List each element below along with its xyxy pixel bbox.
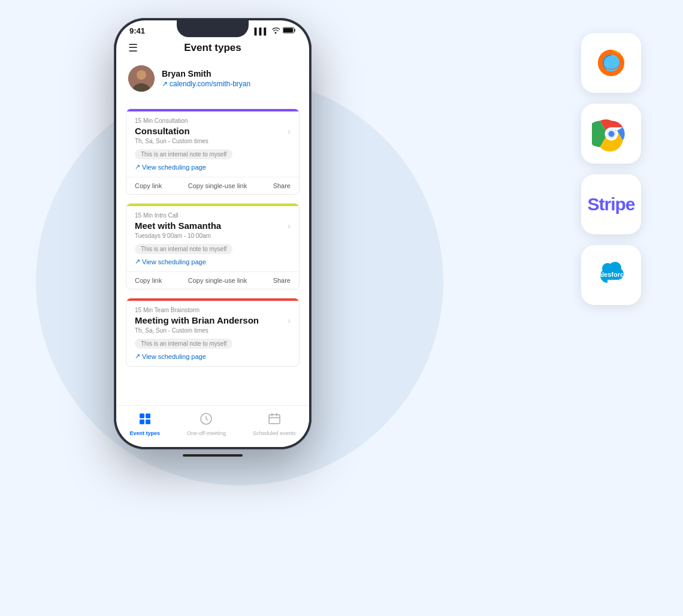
chrome-icon: [592, 114, 631, 153]
avatar: [128, 65, 155, 92]
event-card-2: 15 Min Intro Call Meet with Samantha › T…: [126, 203, 300, 289]
svg-rect-7: [140, 419, 144, 424]
phone-home-bar: [114, 449, 312, 459]
user-link[interactable]: ↗ calendly.com/smith-bryan: [162, 80, 250, 88]
card-chevron-1[interactable]: ›: [288, 126, 291, 136]
card-actions-1: Copy link Copy single-use link Share: [126, 177, 299, 194]
card-title-row-1: Consultation ›: [135, 126, 291, 136]
card-title-row-3: Meeting with Brian Anderson ›: [135, 315, 291, 325]
card-time-1: Th, Sa, Sun - Custom times: [135, 138, 291, 144]
nav-scheduled-label: Scheduled events: [253, 430, 296, 436]
signal-icon: ▌▌▌: [255, 28, 268, 35]
copy-single-use-1[interactable]: Copy single-use link: [188, 182, 247, 189]
battery-icon: [283, 27, 296, 35]
firefox-icon: [590, 42, 632, 84]
card-title-1: Consultation: [135, 126, 190, 136]
svg-rect-5: [140, 413, 144, 418]
card-subtitle-3: 15 Min Team Brainstorm: [135, 307, 291, 313]
hamburger-menu[interactable]: ☰: [128, 43, 138, 53]
salesforce-icon: salesforce: [590, 260, 632, 290]
card-body-2: 15 Min Intro Call Meet with Samantha › T…: [126, 206, 299, 265]
status-time: 9:41: [129, 26, 145, 35]
card-note-1: This is an internal note to myself: [135, 149, 232, 159]
card-subtitle-2: 15 Min Intro Call: [135, 212, 291, 219]
card-schedule-link-3[interactable]: ↗ View scheduling page: [135, 352, 291, 360]
card-subtitle-1: 15 Min Consultation: [135, 117, 291, 124]
nav-scheduled[interactable]: Scheduled events: [253, 412, 296, 436]
svg-rect-1: [283, 28, 293, 32]
svg-text:salesforce: salesforce: [595, 271, 627, 278]
copy-link-1[interactable]: Copy link: [135, 182, 162, 189]
svg-rect-8: [146, 419, 150, 424]
schedule-link-arrow-3: ↗: [135, 352, 140, 360]
schedule-link-arrow-2: ↗: [135, 258, 140, 265]
user-info: Bryan Smith ↗ calendly.com/smith-bryan: [162, 69, 250, 88]
one-off-icon: [200, 412, 213, 428]
scheduled-icon: [268, 412, 281, 428]
nav-event-types-label: Event types: [130, 430, 161, 436]
chrome-icon-card: [581, 104, 641, 164]
phone-notch: [177, 20, 249, 37]
card-schedule-link-1[interactable]: ↗ View scheduling page: [135, 163, 291, 171]
user-name: Bryan Smith: [162, 69, 250, 78]
copy-link-2[interactable]: Copy link: [135, 277, 162, 284]
card-note-3: This is an internal note to myself: [135, 339, 232, 349]
card-time-3: Th, Sa, Sun - Custom times: [135, 327, 291, 334]
card-schedule-link-2[interactable]: ↗ View scheduling page: [135, 258, 291, 265]
schedule-link-arrow-1: ↗: [135, 163, 140, 171]
home-indicator: [183, 454, 243, 457]
user-profile: Bryan Smith ↗ calendly.com/smith-bryan: [116, 59, 309, 100]
event-card-1: 15 Min Consultation Consultation › Th, S…: [126, 108, 300, 195]
card-title-3: Meeting with Brian Anderson: [135, 315, 259, 325]
app-header: ☰ Event types: [116, 38, 309, 59]
share-1[interactable]: Share: [273, 182, 291, 189]
card-body-1: 15 Min Consultation Consultation › Th, S…: [126, 111, 299, 171]
share-2[interactable]: Share: [273, 277, 291, 284]
svg-point-16: [608, 131, 614, 137]
phone-mockup: 9:41 ▌▌▌: [114, 18, 312, 593]
svg-rect-6: [146, 413, 150, 418]
phone-screen: 9:41 ▌▌▌: [116, 20, 309, 447]
nav-one-off[interactable]: One-off-meeting: [187, 412, 226, 436]
wifi-icon: [271, 27, 280, 35]
card-time-2: Tuesdays 9:00am - 10:00am: [135, 232, 291, 239]
nav-event-types[interactable]: Event types: [130, 412, 161, 436]
card-title-2: Meet with Samantha: [135, 221, 221, 231]
salesforce-icon-card: salesforce: [581, 245, 641, 305]
link-arrow-icon: ↗: [162, 80, 168, 88]
events-scroll-area[interactable]: 15 Min Consultation Consultation › Th, S…: [116, 100, 309, 407]
card-actions-2: Copy link Copy single-use link Share: [126, 271, 299, 289]
svg-rect-10: [269, 415, 280, 424]
card-chevron-3[interactable]: ›: [288, 316, 291, 325]
app-title: Event types: [184, 42, 241, 54]
phone-outer-frame: 9:41 ▌▌▌: [114, 18, 312, 449]
bottom-nav: Event types One-off-meeting: [116, 405, 309, 447]
event-card-3: 15 Min Team Brainstorm Meeting with Bria…: [126, 298, 300, 367]
card-chevron-2[interactable]: ›: [288, 221, 291, 231]
card-note-2: This is an internal note to myself: [135, 244, 232, 254]
firefox-icon-card: [581, 33, 641, 93]
nav-one-off-label: One-off-meeting: [187, 430, 226, 436]
stripe-logo-text: Stripe: [587, 194, 634, 215]
status-icons: ▌▌▌: [255, 27, 296, 35]
copy-single-use-2[interactable]: Copy single-use link: [188, 277, 247, 284]
stripe-icon-card: Stripe: [581, 174, 641, 234]
event-types-icon: [138, 412, 152, 428]
card-body-3: 15 Min Team Brainstorm Meeting with Bria…: [126, 301, 299, 360]
card-title-row-2: Meet with Samantha ›: [135, 221, 291, 231]
svg-point-3: [137, 70, 146, 80]
app-icons-column: Stripe salesforce: [581, 33, 641, 305]
